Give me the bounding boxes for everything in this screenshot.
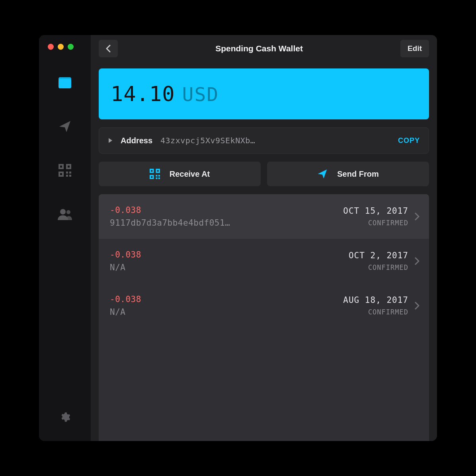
transaction-amount: -0.038	[110, 250, 342, 259]
app-window: Spending Cash Wallet Edit 14.10 USD	[39, 35, 437, 441]
svg-rect-8	[66, 172, 68, 174]
disclosure-triangle-icon	[108, 138, 113, 143]
sidebar-item-send[interactable]	[57, 119, 73, 135]
address-label: Address	[121, 136, 152, 145]
qr-icon	[59, 164, 71, 177]
transaction-row[interactable]: -0.038N/AAUG 18, 2017CONFIRMED	[99, 283, 429, 328]
transaction-status: CONFIRMED	[349, 263, 408, 271]
transaction-detail: N/A	[110, 307, 337, 317]
svg-point-13	[66, 210, 70, 214]
transaction-info: -0.0389117db7d3a7bb4e4bdf051…	[110, 205, 337, 228]
sidebar	[39, 35, 91, 441]
svg-rect-15	[151, 170, 152, 172]
transaction-status: CONFIRMED	[343, 308, 408, 316]
receive-button[interactable]: Receive At	[99, 162, 261, 186]
edit-button-label: Edit	[408, 44, 422, 53]
copy-address-button[interactable]: COPY	[398, 137, 420, 145]
svg-rect-10	[66, 175, 68, 177]
svg-rect-21	[158, 175, 160, 176]
transaction-status: CONFIRMED	[343, 219, 408, 227]
sidebar-item-contacts[interactable]	[57, 206, 73, 222]
svg-rect-1	[59, 77, 71, 80]
transaction-list: -0.0389117db7d3a7bb4e4bdf051…OCT 15, 201…	[99, 194, 429, 441]
transaction-row[interactable]: -0.0389117db7d3a7bb4e4bdf051…OCT 15, 201…	[99, 194, 429, 239]
edit-button[interactable]: Edit	[400, 40, 429, 57]
chevron-right-icon	[415, 213, 419, 220]
window-close-button[interactable]	[48, 44, 54, 50]
balance-currency: USD	[182, 83, 219, 105]
svg-rect-23	[158, 178, 160, 179]
transaction-row[interactable]: -0.038N/AOCT 2, 2017CONFIRMED	[99, 239, 429, 283]
svg-rect-22	[156, 178, 157, 179]
sidebar-item-settings[interactable]	[57, 409, 73, 425]
transaction-meta: OCT 15, 2017CONFIRMED	[343, 206, 408, 227]
window-maximize-button[interactable]	[68, 44, 74, 50]
balance-card: 14.10 USD	[99, 68, 429, 119]
sidebar-item-receive[interactable]	[57, 162, 73, 178]
svg-rect-20	[156, 175, 157, 176]
svg-rect-7	[60, 173, 62, 175]
address-row[interactable]: Address 43zxvpcj5Xv9SEkNXb… COPY	[99, 127, 429, 154]
contacts-icon	[58, 208, 72, 220]
transaction-detail: N/A	[110, 263, 342, 272]
send-button-label: Send From	[337, 170, 378, 179]
back-button[interactable]	[99, 40, 118, 57]
action-buttons: Receive At Send From	[99, 162, 429, 186]
address-value: 43zxvpcj5Xv9SEkNXb…	[160, 136, 390, 145]
transaction-meta: OCT 2, 2017CONFIRMED	[349, 251, 408, 271]
header: Spending Cash Wallet Edit	[91, 35, 437, 62]
svg-rect-5	[68, 166, 70, 168]
balance-amount: 14.10	[111, 82, 175, 106]
transaction-amount: -0.038	[110, 295, 337, 304]
svg-rect-11	[69, 175, 71, 177]
chevron-right-icon	[415, 302, 419, 310]
chevron-right-icon	[415, 257, 419, 265]
svg-rect-3	[60, 166, 62, 168]
page-title: Spending Cash Wallet	[123, 44, 396, 53]
receive-button-label: Receive At	[170, 170, 210, 179]
transaction-amount: -0.038	[110, 205, 337, 215]
transaction-date: OCT 2, 2017	[349, 251, 408, 260]
qr-icon	[150, 169, 160, 179]
transaction-info: -0.038N/A	[110, 295, 337, 317]
window-traffic-lights	[48, 44, 74, 50]
wallet-icon	[58, 77, 72, 89]
transaction-date: OCT 15, 2017	[343, 206, 408, 216]
send-icon	[59, 120, 71, 133]
transaction-meta: AUG 18, 2017CONFIRMED	[343, 295, 408, 316]
send-icon	[317, 169, 328, 179]
gear-icon	[59, 412, 70, 423]
transaction-date: AUG 18, 2017	[343, 295, 408, 305]
send-button[interactable]: Send From	[267, 162, 429, 186]
sidebar-item-wallet[interactable]	[57, 75, 73, 91]
transaction-info: -0.038N/A	[110, 250, 342, 272]
window-minimize-button[interactable]	[58, 44, 64, 50]
svg-rect-17	[157, 170, 158, 172]
svg-rect-19	[151, 176, 152, 178]
transaction-detail: 9117db7d3a7bb4e4bdf051…	[110, 218, 337, 228]
svg-point-12	[60, 209, 66, 215]
main-panel: Spending Cash Wallet Edit 14.10 USD	[91, 35, 437, 441]
chevron-left-icon	[105, 45, 111, 53]
svg-rect-9	[69, 172, 71, 174]
